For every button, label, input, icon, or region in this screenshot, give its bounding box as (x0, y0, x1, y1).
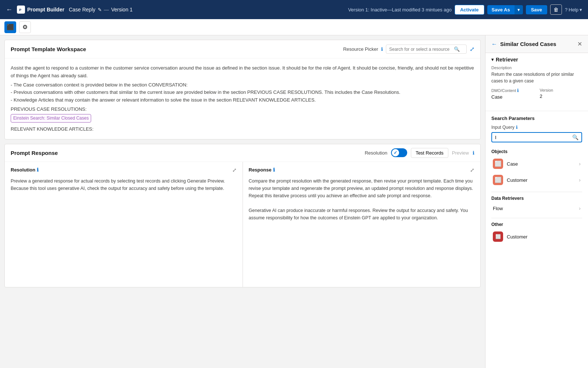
resolution-panel-body: Preview a generated response for actual … (11, 177, 237, 192)
input-query-info-icon: ℹ (516, 125, 518, 130)
breadcrumb-version: Version 1 (111, 7, 133, 13)
search-params-title: Search Parameters (491, 116, 582, 121)
back-button[interactable]: ← (6, 6, 12, 14)
divider-1 (491, 192, 582, 192)
svg-text:P: P (19, 8, 21, 12)
workspace-text: Assist the agent to respond to a custome… (11, 64, 474, 80)
workspace-title: Prompt Template Workspace (11, 46, 86, 52)
save-as-button[interactable]: Save As (487, 5, 514, 14)
retriever-header[interactable]: ▾ Retriever (491, 53, 582, 66)
response-panel-info-icon: ℹ (273, 167, 275, 173)
version-label: Version (540, 88, 582, 92)
resolution-panel-title: Resolution ℹ (11, 167, 39, 173)
response-expand-icon[interactable]: ⤢ (470, 167, 474, 173)
resource-search-input[interactable] (389, 47, 452, 52)
relevant-label: RELEVANT KNOWLEDGE ARTICLES: (11, 125, 474, 133)
objects-section-title: Objects (491, 147, 582, 156)
resource-search[interactable]: 🔍 (386, 45, 467, 54)
objects-section: Objects ⬜ Case › ⬜ Customer › (491, 147, 582, 190)
version-status: Version 1: Inactive—Last modified 3 mint… (348, 7, 452, 13)
breadcrumb: Case Reply ✎ — Version 1 (69, 7, 133, 13)
response-info-icon: ℹ (473, 150, 474, 156)
resolution-info-icon: ℹ (37, 167, 39, 173)
prompt-response-section: Prompt Response Resolution Test Records … (4, 144, 481, 287)
delete-button[interactable]: 🗑 (550, 4, 562, 15)
resolution-expand-icon[interactable]: ⤢ (232, 167, 237, 173)
top-nav: ← P Prompt Builder Case Reply ✎ — Versio… (0, 0, 588, 19)
resolution-panel-header: Resolution ℹ ⤢ (11, 167, 237, 173)
prompt-builder-icon: P (17, 6, 25, 14)
prompt-response-title: Prompt Response (11, 150, 58, 156)
previous-case-label: PREVIOUS CASE RESOLUTIONS: (11, 106, 474, 113)
settings-button[interactable]: ⚙ (19, 21, 31, 33)
resource-picker-area: Resource Picker ℹ 🔍 ⤢ (343, 45, 474, 54)
resolution-toggle[interactable] (391, 148, 407, 157)
response-panel-header: Response ℹ ⤢ (249, 167, 475, 173)
sub-toolbar: ⬛ ⚙ (0, 19, 588, 35)
save-as-dropdown-button[interactable]: ▾ (514, 5, 523, 14)
template-view-button[interactable]: ⬛ (4, 21, 16, 33)
question-icon: ? (565, 7, 567, 13)
gear-icon: ⚙ (22, 24, 28, 31)
customer-other-icon: ⬜ (493, 231, 503, 242)
query-input[interactable] (495, 135, 572, 140)
preview-button[interactable]: Preview (452, 150, 469, 156)
search-icon: 🔍 (454, 46, 460, 52)
right-panel: ← Similar Closed Cases ✕ ▾ Retriever Des… (485, 35, 588, 368)
divider-2 (491, 218, 582, 218)
search-params-section: Search Parameters Input Query ℹ 🔍 Object… (485, 111, 588, 251)
resource-info-icon: ℹ (381, 46, 383, 52)
workspace-body: Assist the agent to respond to a custome… (5, 59, 480, 139)
customer-other-item[interactable]: ⬜ Customer (491, 229, 582, 245)
save-button[interactable]: Save (526, 5, 547, 14)
right-panel-header: ← Similar Closed Cases ✕ (485, 35, 588, 53)
case-item[interactable]: ⬜ Case › (491, 156, 582, 172)
help-button[interactable]: ? Help ▾ (565, 7, 582, 13)
customer-other-label: Customer (507, 234, 581, 240)
retriever-label: Retriever (496, 57, 518, 63)
template-view-icon: ⬛ (7, 24, 14, 31)
resource-picker-label: Resource Picker (343, 46, 378, 52)
workspace-header: Prompt Template Workspace Resource Picke… (5, 40, 480, 59)
workspace-bullets: - The Case conversation context is provi… (11, 81, 474, 104)
response-panels: Resolution ℹ ⤢ Preview a generated respo… (5, 162, 480, 287)
retriever-section: ▾ Retriever Description Return the case … (485, 53, 588, 111)
input-query-label: Input Query ℹ (491, 125, 582, 130)
response-controls: Resolution Test Records Preview ℹ (365, 148, 474, 158)
expand-icon[interactable]: ⤢ (470, 46, 474, 53)
help-label: Help (569, 7, 578, 13)
activate-button[interactable]: Activate (455, 5, 484, 15)
einstein-search-tag[interactable]: Einstein Search: Similar Closed Cases (11, 114, 91, 123)
help-chevron-icon: ▾ (580, 7, 582, 13)
dmo-col: DMO/Content ℹ Case (491, 88, 534, 103)
resolution-label: Resolution (365, 150, 387, 156)
dmo-label: DMO/Content ℹ (491, 88, 534, 93)
right-panel-title: ← Similar Closed Cases (491, 41, 556, 47)
version-value: 2 (540, 93, 582, 99)
app-name-label: Prompt Builder (27, 7, 64, 13)
dmo-version-row: DMO/Content ℹ Case Version 2 (491, 88, 582, 103)
edit-icon[interactable]: ✎ (98, 7, 102, 13)
resolution-panel: Resolution ℹ ⤢ Preview a generated respo… (5, 162, 243, 287)
close-panel-button[interactable]: ✕ (577, 40, 582, 47)
flow-item[interactable]: Flow › (491, 202, 582, 214)
test-records-button[interactable]: Test Records (411, 148, 448, 158)
description-label: Description (491, 66, 582, 70)
query-search-icon: 🔍 (572, 134, 578, 140)
customer-objects-arrow-icon: › (579, 177, 581, 183)
breadcrumb-name: Case Reply (69, 7, 95, 13)
response-panel-title: Response ℹ (249, 167, 275, 173)
save-as-group: Save As ▾ (487, 5, 523, 14)
case-icon: ⬜ (493, 159, 503, 169)
other-section: Other ⬜ Customer (491, 220, 582, 247)
response-panel-body: Compare the prompt resolution with the g… (249, 177, 475, 222)
response-header: Prompt Response Resolution Test Records … (5, 144, 480, 162)
response-panel: Response ℹ ⤢ Compare the prompt resoluti… (243, 162, 481, 287)
retriever-chevron-icon: ▾ (491, 57, 494, 62)
customer-objects-item[interactable]: ⬜ Customer › (491, 172, 582, 188)
version-col: Version 2 (540, 88, 582, 103)
breadcrumb-sep: — (104, 7, 109, 13)
query-input-wrap[interactable]: 🔍 (491, 132, 582, 142)
customer-objects-label: Customer (507, 177, 575, 183)
workspace-section: Prompt Template Workspace Resource Picke… (4, 40, 481, 139)
